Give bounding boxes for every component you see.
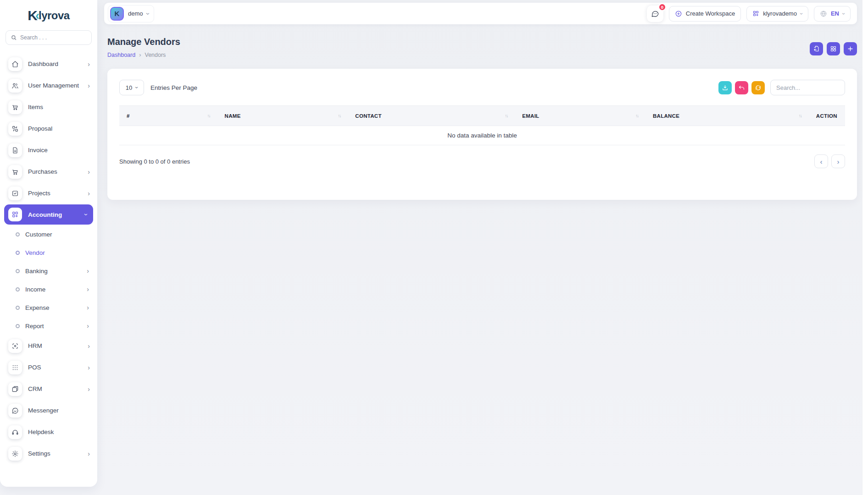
column-header-index[interactable]: #↑↓	[119, 106, 217, 126]
sidebar-item-items[interactable]: Items	[0, 96, 97, 118]
column-label: ACTION	[816, 113, 837, 119]
sidebar-search	[6, 30, 92, 45]
bullet-circle-icon	[16, 269, 20, 273]
sidebar-item-label: POS	[28, 364, 82, 371]
sidebar-item-label: Items	[28, 104, 90, 110]
column-label: NAME	[225, 113, 241, 119]
chevron-right-icon: ›	[87, 286, 89, 292]
sidebar-item-messenger[interactable]: Messenger	[0, 400, 97, 421]
grid-plus-icon	[752, 10, 759, 17]
chat-bubble-icon	[8, 404, 22, 418]
reset-button[interactable]	[735, 81, 748, 94]
focus-target-icon	[8, 339, 22, 353]
sidebar-subitem-income[interactable]: Income ›	[0, 280, 97, 298]
sidebar-item-pos[interactable]: POS ›	[0, 357, 97, 378]
sidebar-subitem-label: Expense	[25, 304, 81, 311]
sidebar-item-dashboard[interactable]: Dashboard ›	[0, 53, 97, 75]
column-header-name[interactable]: NAME↑↓	[217, 106, 348, 126]
sidebar-item-purchases[interactable]: Purchases ›	[0, 161, 97, 182]
sort-icon: ↑↓	[635, 113, 638, 118]
sidebar-item-label: CRM	[28, 385, 82, 392]
sidebar-search-input[interactable]	[20, 34, 87, 41]
column-header-balance[interactable]: BALANCE↑↓	[645, 106, 809, 126]
active-workspace-dropdown[interactable]: klyrovademo ›	[746, 6, 808, 22]
grid-view-button[interactable]	[827, 42, 840, 55]
refresh-button[interactable]	[751, 81, 765, 94]
sidebar-item-invoice[interactable]: Invoice	[0, 139, 97, 161]
export-button[interactable]	[718, 81, 732, 94]
sidebar-item-crm[interactable]: CRM ›	[0, 378, 97, 400]
grid-dots-icon	[8, 361, 22, 374]
chevron-right-icon: ›	[88, 386, 90, 392]
add-vendor-button[interactable]	[844, 42, 857, 55]
sidebar-item-accounting[interactable]: Accounting ›	[4, 204, 93, 225]
sort-icon: ↑↓	[505, 113, 507, 118]
column-header-email[interactable]: EMAIL↑↓	[515, 106, 645, 126]
top-header-bar: K demo › 0 Create Workspace klyrovademo …	[104, 3, 857, 24]
language-label: EN	[831, 10, 839, 17]
sidebar-item-hrm[interactable]: HRM ›	[0, 335, 97, 357]
sidebar-subitem-expense[interactable]: Expense ›	[0, 298, 97, 317]
scrollbar[interactable]	[862, 0, 868, 495]
pagination: ‹ ›	[814, 154, 845, 168]
import-export-log-button[interactable]	[810, 42, 823, 55]
plus-circle-icon	[675, 10, 682, 17]
sidebar-item-proposal[interactable]: Proposal	[0, 118, 97, 139]
search-icon	[11, 34, 17, 41]
previous-page-button[interactable]: ‹	[814, 154, 828, 168]
page-title: Manage Vendors	[107, 37, 180, 47]
chevron-right-icon: ›	[87, 268, 89, 274]
empty-message: No data available in table	[119, 126, 845, 145]
headset-icon	[8, 425, 22, 439]
sidebar-item-settings[interactable]: Settings ›	[0, 443, 97, 464]
chevron-right-icon: ›	[88, 169, 90, 175]
sidebar-item-user-management[interactable]: User Management ›	[0, 75, 97, 96]
empty-row: No data available in table	[119, 126, 845, 145]
sidebar-item-label: Messenger	[28, 407, 90, 414]
breadcrumb-dashboard-link[interactable]: Dashboard	[107, 52, 135, 58]
entries-per-page-select[interactable]: 10 ›	[119, 80, 144, 95]
chevron-down-icon: ›	[841, 13, 846, 15]
language-dropdown[interactable]: EN ›	[814, 6, 851, 22]
chevron-right-icon: ›	[88, 61, 90, 67]
table-search-input[interactable]	[770, 80, 845, 95]
sidebar-subitem-banking[interactable]: Banking ›	[0, 262, 97, 280]
sidebar-item-label: User Management	[28, 82, 82, 89]
brand-logo[interactable]: K ‹ lyrova	[0, 0, 97, 27]
column-header-action[interactable]: ACTION	[809, 106, 845, 126]
chevron-left-icon: ‹	[820, 158, 823, 165]
message-count-badge: 0	[658, 3, 666, 11]
column-label: EMAIL	[522, 113, 539, 119]
vendors-table-card: 10 › Entries Per Page #↑↓	[107, 69, 857, 200]
sidebar-item-helpdesk[interactable]: Helpdesk	[0, 421, 97, 443]
workspace-avatar: K	[110, 7, 124, 21]
messages-button[interactable]: 0	[647, 6, 663, 22]
sidebar-item-label: Dashboard	[28, 60, 82, 67]
sidebar-menu: Dashboard › User Management › Items Prop…	[0, 53, 97, 464]
entries-per-page-value: 10	[126, 84, 132, 91]
workspace-switcher[interactable]: K demo ›	[108, 5, 154, 22]
chevron-right-icon: ›	[88, 364, 90, 371]
chevron-right-icon: ›	[837, 158, 840, 165]
create-workspace-button[interactable]: Create Workspace	[669, 6, 741, 22]
sidebar-subitem-report[interactable]: Report ›	[0, 317, 97, 335]
column-label: BALANCE	[653, 113, 679, 119]
sidebar-subitem-vendor[interactable]: Vendor	[0, 243, 97, 262]
breadcrumb-current: Vendors	[145, 52, 166, 58]
next-page-button[interactable]: ›	[831, 154, 845, 168]
sidebar-item-label: Projects	[28, 190, 82, 197]
column-label: CONTACT	[355, 113, 381, 119]
sidebar-item-projects[interactable]: Projects ›	[0, 182, 97, 204]
chevron-down-icon: ›	[145, 12, 151, 15]
breadcrumb: Dashboard › Vendors	[107, 51, 166, 58]
sidebar-item-label: Settings	[28, 450, 82, 457]
chevron-down-icon: ›	[134, 87, 139, 88]
chevron-down-icon: ›	[83, 214, 90, 216]
chevron-down-icon: ›	[799, 13, 804, 15]
sidebar-subitem-label: Banking	[25, 268, 81, 275]
sidebar-item-label: Purchases	[28, 168, 82, 175]
sidebar-subitem-customer[interactable]: Customer	[0, 225, 97, 243]
column-header-contact[interactable]: CONTACT↑↓	[348, 106, 515, 126]
sidebar-subitem-label: Vendor	[25, 249, 89, 256]
cart-icon	[8, 100, 22, 114]
